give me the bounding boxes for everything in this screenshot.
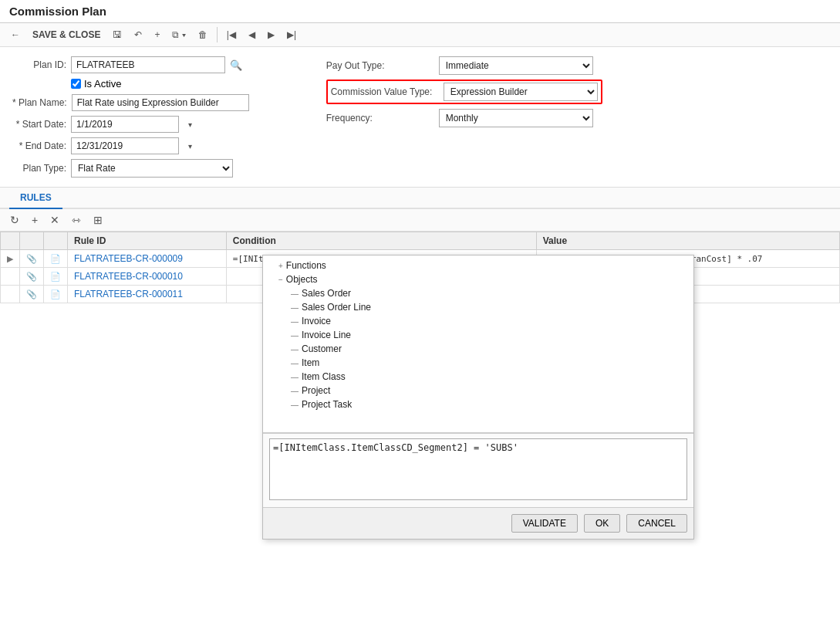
expr-tree-item[interactable]: —Sales Order Line [263, 300, 693, 314]
back-button[interactable]: ← [6, 26, 25, 43]
delete-toolbar-button[interactable]: 🗑 [194, 26, 212, 43]
ok-button[interactable]: OK [584, 514, 620, 533]
search-icon[interactable]: 🔍 [230, 59, 242, 71]
end-date-row: * End Date: ▾ [12, 137, 249, 154]
plan-type-label: Plan Type: [12, 163, 66, 174]
rule-id-cell: FLATRATEEB-CR-000010 [68, 268, 227, 286]
floppy-icon: 🖫 [113, 29, 122, 40]
is-active-row: Is Active [71, 78, 249, 90]
save-close-button[interactable]: SAVE & CLOSE [28, 26, 105, 43]
row-icon-2: 📄 [44, 286, 68, 303]
pay-out-type-select[interactable]: Immediate [439, 56, 593, 75]
column-icon: ⇿ [72, 214, 81, 226]
form-right: Pay Out Type: Immediate Commission Value… [326, 56, 602, 178]
save-close-label: SAVE & CLOSE [32, 29, 100, 40]
col-icon1 [1, 232, 20, 250]
copy-button[interactable]: ⧉ ▾ [167, 26, 190, 43]
expr-tree-item[interactable]: —Customer [263, 342, 693, 356]
expr-buttons-row: VALIDATE OK CANCEL [263, 507, 693, 539]
plan-name-input[interactable] [72, 94, 249, 111]
expr-tree: +Functions−Objects—Sales Order—Sales Ord… [263, 255, 693, 433]
next-button[interactable]: ▶ [263, 26, 279, 43]
end-date-input[interactable] [71, 137, 179, 154]
refresh-rules-button[interactable]: ↻ [6, 212, 23, 228]
expr-condition-textarea[interactable]: =[INItemClass.ItemClassCD_Segment2] = 'S… [269, 438, 687, 500]
copy-icon: ⧉ ▾ [172, 29, 185, 40]
end-date-label: * End Date: [12, 140, 66, 151]
window-title: Commission Plan [9, 5, 106, 18]
last-button[interactable]: ▶| [282, 26, 301, 43]
tab-rules[interactable]: RULES [9, 188, 62, 209]
row-icon-2: 📄 [44, 250, 68, 268]
next-icon: ▶ [268, 29, 275, 40]
cancel-button[interactable]: CANCEL [626, 514, 687, 533]
validate-label: VALIDATE [523, 518, 566, 529]
expr-tree-item[interactable]: —Invoice Line [263, 328, 693, 342]
row-icon-2: 📄 [44, 268, 68, 286]
start-date-picker[interactable]: ▾ [184, 117, 197, 132]
col-condition-header: Condition [226, 232, 536, 250]
first-button[interactable]: |◀ [222, 26, 241, 43]
expr-tree-item[interactable]: —Sales Order [263, 286, 693, 300]
add-rule-icon: + [32, 214, 38, 226]
floppy-button[interactable]: 🖫 [108, 26, 127, 43]
prev-button[interactable]: ◀ [244, 26, 260, 43]
delete-rule-icon: ✕ [50, 214, 59, 226]
tab-rules-label: RULES [20, 192, 52, 203]
is-active-checkbox[interactable] [71, 79, 81, 89]
expr-tree-item[interactable]: —Project [263, 384, 693, 398]
row-icon-1: 📎 [20, 268, 44, 286]
add-rule-button[interactable]: + [28, 212, 42, 228]
commission-value-type-row: Commission Value Type: Expression Builde… [326, 80, 602, 104]
expr-condition-box: =[INItemClass.ItemClassCD_Segment2] = 'S… [263, 433, 693, 507]
column-rule-button[interactable]: ⇿ [68, 212, 85, 228]
expr-tree-item[interactable]: −Objects [263, 272, 693, 286]
plan-id-row: Plan ID: 🔍 [12, 56, 249, 73]
undo-icon: ↶ [134, 29, 142, 40]
plan-id-input[interactable] [71, 56, 225, 73]
first-icon: |◀ [227, 29, 236, 40]
rules-toolbar: ↻ + ✕ ⇿ ⊞ [0, 209, 840, 232]
commission-value-type-select[interactable]: Expression Builder Flat Amount Percentag… [444, 83, 598, 101]
table-icon: ⊞ [93, 214, 103, 226]
end-date-picker[interactable]: ▾ [184, 139, 197, 154]
frequency-select[interactable]: Monthly [439, 109, 593, 127]
undo-button[interactable]: ↶ [130, 26, 147, 43]
validate-button[interactable]: VALIDATE [511, 514, 578, 533]
plan-name-label: * Plan Name: [12, 97, 67, 108]
rule-id-cell: FLATRATEEB-CR-000009 [68, 250, 227, 268]
expr-tree-item[interactable]: —Item Class [263, 370, 693, 384]
col-rule-id-header: Rule ID [68, 232, 227, 250]
col-icon2 [20, 232, 44, 250]
toolbar: ← SAVE & CLOSE 🖫 ↶ + ⧉ ▾ 🗑 |◀ ◀ ▶ [0, 23, 840, 47]
frequency-row: Frequency: Monthly [326, 109, 602, 127]
start-date-input[interactable] [71, 116, 179, 133]
ok-label: OK [595, 518, 609, 529]
col-icon3 [44, 232, 68, 250]
back-icon: ← [11, 29, 20, 40]
table-rule-button[interactable]: ⊞ [89, 212, 106, 228]
add-icon: + [154, 29, 160, 40]
col-value-header: Value [536, 232, 839, 250]
window: Commission Plan ← SAVE & CLOSE 🖫 ↶ + ⧉ ▾… [0, 0, 840, 636]
expr-tree-item[interactable]: +Functions [263, 259, 693, 272]
delete-rule-button[interactable]: ✕ [46, 212, 63, 228]
expression-builder-popup: +Functions−Objects—Sales Order—Sales Ord… [262, 255, 694, 540]
row-icon-1: 📎 [20, 250, 44, 268]
toolbar-separator [217, 27, 218, 42]
add-toolbar-button[interactable]: + [150, 26, 164, 43]
row-icon-0 [1, 286, 20, 303]
rules-table-area[interactable]: Rule ID Condition Value ▶📎📄FLATRATEEB-CR… [0, 232, 840, 636]
expr-tree-item[interactable]: —Invoice [263, 314, 693, 328]
row-icon-1: 📎 [20, 286, 44, 303]
prev-icon: ◀ [248, 29, 255, 40]
frequency-label: Frequency: [326, 113, 434, 123]
row-icon-0 [1, 268, 20, 286]
plan-type-row: Plan Type: Flat Rate Tiered Split [12, 159, 249, 178]
expr-tree-item[interactable]: —Project Task [263, 398, 693, 411]
plan-type-select[interactable]: Flat Rate Tiered Split [71, 159, 233, 178]
rule-id-cell: FLATRATEEB-CR-000011 [68, 286, 227, 303]
cancel-label: CANCEL [638, 518, 676, 529]
expr-tree-item[interactable]: —Item [263, 356, 693, 370]
title-bar: Commission Plan [0, 0, 840, 23]
